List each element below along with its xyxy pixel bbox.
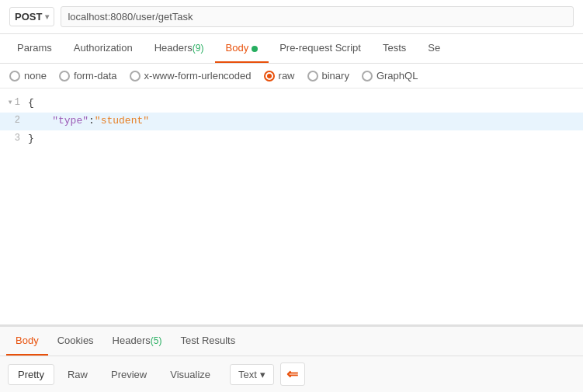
tab-params-label: Params [17, 42, 52, 54]
response-tab-test-results-label: Test Results [180, 335, 235, 346]
raw-label: Raw [68, 369, 88, 380]
radio-raw-label: raw [279, 70, 295, 82]
radio-circle-form-data [59, 71, 70, 82]
radio-raw[interactable]: raw [264, 70, 295, 82]
tab-headers[interactable]: Headers(9) [144, 34, 215, 63]
response-tab-body[interactable]: Body [6, 327, 48, 356]
tab-pre-request-label: Pre-request Script [279, 42, 361, 54]
request-tabs: Params Authorization Headers(9) Body Pre… [0, 34, 583, 64]
raw-button[interactable]: Raw [57, 364, 98, 385]
code-line-2: 2 "type":"student" [0, 113, 583, 130]
radio-circle-binary [307, 71, 318, 82]
tab-settings[interactable]: Se [417, 34, 451, 63]
tab-tests[interactable]: Tests [372, 34, 417, 63]
radio-circle-graphql [362, 71, 373, 82]
url-input[interactable] [61, 6, 574, 27]
radio-binary-label: binary [322, 70, 349, 82]
text-dropdown[interactable]: Text ▾ [230, 364, 274, 385]
response-tab-body-label: Body [16, 335, 39, 346]
method-label: POST [15, 11, 42, 23]
method-arrow: ▾ [45, 12, 49, 21]
response-headers-badge: (5) [151, 335, 162, 346]
radio-graphql-label: GraphQL [377, 70, 418, 82]
tab-params[interactable]: Params [6, 34, 63, 63]
line-num-3: 3 [0, 131, 28, 146]
tab-settings-label: Se [428, 42, 440, 54]
method-select[interactable]: POST ▾ [9, 7, 54, 26]
visualize-label: Visualize [170, 369, 210, 380]
response-tab-cookies[interactable]: Cookies [48, 327, 103, 356]
radio-urlencoded-label: x-www-form-urlencoded [144, 70, 252, 82]
code-editor[interactable]: ▾1 { 2 "type":"student" 3 } [0, 88, 583, 325]
pretty-label: Pretty [18, 369, 44, 380]
response-tabs-row: Body Cookies Headers(5) Test Results [0, 327, 583, 356]
tab-body-label: Body [226, 42, 249, 54]
preview-button[interactable]: Preview [101, 364, 157, 385]
radio-circle-urlencoded [130, 71, 141, 82]
visualize-button[interactable]: Visualize [160, 364, 220, 385]
wrap-icon: ⇐ [286, 366, 298, 383]
radio-form-data-label: form-data [74, 70, 117, 82]
response-tab-test-results[interactable]: Test Results [171, 327, 245, 356]
headers-badge: (9) [193, 43, 204, 54]
preview-label: Preview [111, 369, 147, 380]
response-tab-cookies-label: Cookies [57, 335, 94, 346]
main-container: POST ▾ Params Authorization Headers(9) B… [0, 0, 583, 392]
response-toolbar: Pretty Raw Preview Visualize Text ▾ ⇐ [0, 356, 583, 392]
radio-binary[interactable]: binary [307, 70, 349, 82]
wrap-icon-button[interactable]: ⇐ [280, 363, 305, 386]
url-bar: POST ▾ [0, 0, 583, 34]
text-dropdown-arrow: ▾ [260, 369, 265, 380]
radio-urlencoded[interactable]: x-www-form-urlencoded [130, 70, 252, 82]
tab-pre-request[interactable]: Pre-request Script [269, 34, 372, 63]
tab-authorization-label: Authorization [74, 42, 133, 54]
pretty-button[interactable]: Pretty [8, 364, 54, 385]
body-dot [252, 46, 258, 52]
line-num-1: ▾1 [0, 95, 28, 110]
radio-graphql[interactable]: GraphQL [362, 70, 418, 82]
line-num-2: 2 [0, 113, 28, 128]
radio-circle-none [9, 71, 20, 82]
response-section: Body Cookies Headers(5) Test Results Pre… [0, 325, 583, 392]
radio-none[interactable]: none [9, 70, 47, 82]
tab-body[interactable]: Body [215, 34, 269, 63]
code-editor-section: ▾1 { 2 "type":"student" 3 } [0, 88, 583, 325]
code-line-1: ▾1 { [0, 95, 583, 113]
text-dropdown-label: Text [238, 369, 257, 380]
body-type-row: none form-data x-www-form-urlencoded raw… [0, 64, 583, 88]
response-tab-headers[interactable]: Headers(5) [103, 327, 172, 356]
radio-none-label: none [24, 70, 47, 82]
code-line-3: 3 } [0, 130, 583, 148]
tab-headers-label: Headers [154, 42, 193, 54]
tab-authorization[interactable]: Authorization [63, 34, 144, 63]
radio-circle-raw [264, 71, 275, 82]
radio-form-data[interactable]: form-data [59, 70, 117, 82]
tab-tests-label: Tests [383, 42, 406, 54]
response-tab-headers-label: Headers [113, 335, 151, 346]
